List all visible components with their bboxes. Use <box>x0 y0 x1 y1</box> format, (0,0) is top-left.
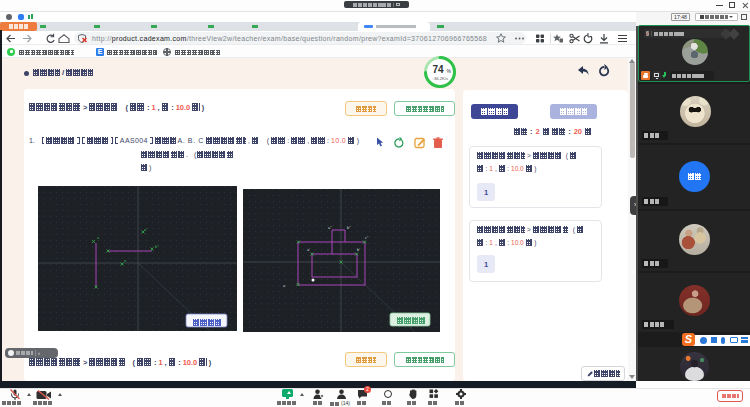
svg-text:a": a" <box>328 225 332 230</box>
svg-text:b': b' <box>357 247 360 252</box>
svg-text:a': a' <box>307 247 310 252</box>
svg-text:c": c" <box>365 235 369 240</box>
svg-text:%: % <box>447 68 452 74</box>
svg-text:b": b" <box>347 225 351 230</box>
svg-text:a": a" <box>144 227 148 232</box>
svg-text:↑36.2K/s: ↑36.2K/s <box>432 76 448 81</box>
svg-text:b": b" <box>155 244 159 249</box>
svg-text:74: 74 <box>432 64 444 75</box>
